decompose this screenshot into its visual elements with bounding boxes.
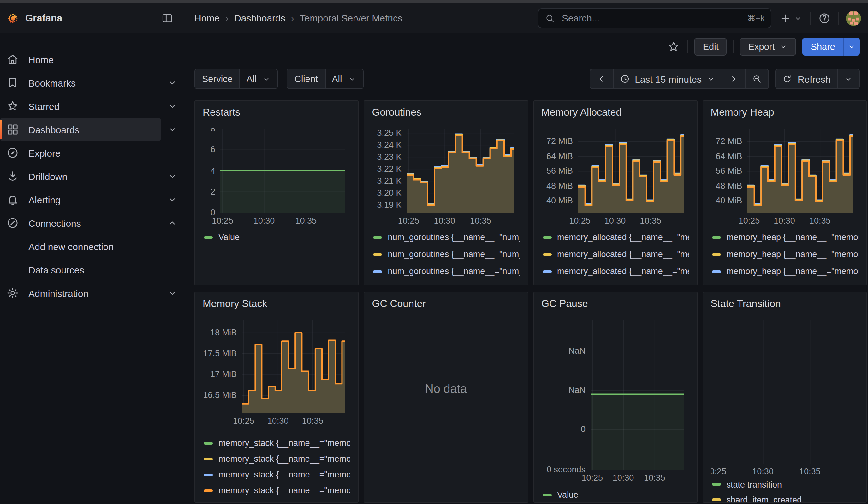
- legend-series-color: [712, 270, 721, 272]
- export-button[interactable]: Export: [740, 38, 796, 55]
- chevron-up-icon: [167, 218, 177, 228]
- refresh-interval-button[interactable]: [837, 69, 860, 89]
- sidebar-item-label: Starred: [28, 101, 59, 112]
- search-input[interactable]: [560, 12, 742, 24]
- search-box[interactable]: ⌘+k: [538, 8, 772, 28]
- legend-series-label: memory_heap {__name__="memory_heap": [726, 233, 859, 242]
- sidebar-item-connections[interactable]: Connections: [0, 212, 161, 234]
- panel-title[interactable]: Memory Allocated: [541, 106, 689, 119]
- breadcrumb-dashboards[interactable]: Dashboards: [234, 13, 285, 23]
- sidebar-collapse-icon[interactable]: [160, 10, 175, 25]
- chevron-down-icon: [779, 42, 788, 51]
- panel-title[interactable]: State Transition: [711, 298, 859, 310]
- panel-memory-heap: Memory Heap 40 MiB48 MiB56 MiB64 MiB72 M…: [703, 101, 867, 286]
- legend-series-label: memory_allocated {__name__="memory_alloc…: [557, 284, 689, 286]
- sidebar-item-home[interactable]: Home: [0, 48, 161, 71]
- help-button[interactable]: [817, 10, 832, 25]
- favorite-button[interactable]: [666, 39, 681, 54]
- no-data-message: No data: [364, 382, 528, 396]
- sidebar-item-label: Explore: [28, 147, 61, 158]
- legend-item[interactable]: Value: [541, 487, 689, 503]
- legend-item[interactable]: memory_stack {__name__="memory_stack": [203, 467, 351, 483]
- sidebar-item-add-new-connection[interactable]: Add new connection: [0, 235, 161, 258]
- legend-item[interactable]: memory_allocated {__name__="memory_alloc…: [541, 246, 689, 263]
- panel-title[interactable]: Memory Heap: [711, 106, 859, 119]
- chart-state-transition[interactable]: 10:2510:3010:35: [711, 319, 859, 477]
- zoom-out-button[interactable]: [745, 69, 769, 89]
- legend-item[interactable]: state transition: [711, 477, 859, 492]
- legend: memory_allocated {__name__="memory_alloc…: [541, 229, 689, 286]
- panel-title[interactable]: Memory Stack: [203, 298, 351, 310]
- legend: memory_heap {__name__="memory_heap"memor…: [711, 229, 859, 286]
- y-tick-label: 0 seconds: [541, 464, 586, 475]
- legend-series-label: memory_stack {__name__="memory_stack": [218, 486, 351, 495]
- share-button[interactable]: Share: [803, 38, 844, 55]
- legend-item[interactable]: shard_item_created: [711, 492, 859, 503]
- chart-memory-stack[interactable]: 16.5 MiB17 MiB17.5 MiB18 MiB10:2510:3010…: [203, 319, 351, 426]
- legend: Value: [203, 229, 351, 246]
- sidebar-item-dashboards[interactable]: Dashboards: [0, 118, 161, 141]
- client-filter-selected: All: [332, 74, 342, 84]
- sidebar-item-administration[interactable]: Administration: [0, 282, 161, 305]
- sidebar-item-starred[interactable]: Starred: [0, 95, 161, 117]
- legend-item[interactable]: memory_stack {__name__="memory_stack": [203, 451, 351, 467]
- chart-memory-allocated[interactable]: 40 MiB48 MiB56 MiB64 MiB72 MiB10:2510:30…: [541, 127, 689, 226]
- chevron-down-icon: [167, 78, 177, 88]
- legend-item[interactable]: memory_stack {__name__="memory_stack": [203, 483, 351, 498]
- client-filter-value[interactable]: All: [326, 70, 363, 89]
- drilldown-icon: [6, 170, 19, 183]
- chart-memory-heap[interactable]: 40 MiB48 MiB56 MiB64 MiB72 MiB10:2510:30…: [711, 127, 859, 226]
- legend-item[interactable]: memory_allocated {__name__="memory_alloc…: [541, 229, 689, 246]
- legend-item[interactable]: Value: [203, 229, 351, 246]
- legend-item[interactable]: memory_heap {__name__="memory_heap": [711, 280, 859, 286]
- time-range-picker[interactable]: Last 15 minutes: [613, 69, 723, 89]
- share-menu-button[interactable]: [844, 38, 860, 55]
- breadcrumb-home[interactable]: Home: [194, 13, 220, 23]
- sidebar-item-label: Drilldown: [28, 171, 67, 182]
- gear-icon: [6, 287, 19, 299]
- x-tick-label: 10:25: [582, 472, 603, 483]
- legend-item[interactable]: memory_heap {__name__="memory_heap": [711, 246, 859, 263]
- dashboard-toolbar: Edit Export Share: [184, 33, 868, 60]
- legend-item[interactable]: memory_stack {__name__="memory_stack": [203, 435, 351, 451]
- new-button[interactable]: [778, 10, 804, 25]
- share-label: Share: [811, 42, 835, 52]
- window-top-strip: [0, 0, 868, 3]
- search-icon: [545, 13, 555, 23]
- legend-series-color: [712, 236, 721, 238]
- x-tick-label: 10:30: [752, 466, 774, 477]
- time-back-button[interactable]: [589, 69, 613, 89]
- legend-item[interactable]: num_goroutines {__name__="num_goroutines…: [372, 229, 520, 246]
- clock-icon: [620, 74, 630, 84]
- legend-item[interactable]: memory_allocated {__name__="memory_alloc…: [541, 263, 689, 280]
- sidebar-item-explore[interactable]: Explore: [0, 142, 161, 164]
- legend-item[interactable]: num_goroutines {__name__="num_goroutines…: [372, 263, 520, 280]
- sidebar-item-bookmarks[interactable]: Bookmarks: [0, 71, 161, 94]
- legend-item[interactable]: num_goroutines {__name__="num_goroutines…: [372, 280, 520, 286]
- y-tick-label: 2: [203, 186, 215, 197]
- sidebar-item-alerting[interactable]: Alerting: [0, 188, 161, 211]
- panel-title[interactable]: GC Counter: [372, 298, 520, 310]
- legend-item[interactable]: memory_allocated {__name__="memory_alloc…: [541, 280, 689, 286]
- chart-goroutines[interactable]: 3.19 K3.20 K3.21 K3.22 K3.23 K3.24 K3.25…: [372, 127, 520, 226]
- sidebar-item-data-sources[interactable]: Data sources: [0, 258, 161, 281]
- legend-item[interactable]: num_goroutines {__name__="num_goroutines…: [372, 246, 520, 263]
- time-forward-button[interactable]: [722, 69, 746, 89]
- y-tick-label: 64 MiB: [711, 151, 742, 162]
- chart-gc-pause[interactable]: 0 seconds0NaNNaN10:2510:3010:35: [541, 319, 689, 483]
- chart-restarts[interactable]: 0246810:2510:3010:35: [203, 127, 351, 226]
- legend-series-label: memory_allocated {__name__="memory_alloc…: [557, 267, 689, 276]
- service-filter-value[interactable]: All: [240, 70, 277, 89]
- legend-item[interactable]: memory_heap {__name__="memory_heap": [711, 229, 859, 246]
- refresh-button[interactable]: Refresh: [776, 69, 838, 89]
- y-tick-label: 3.23 K: [372, 151, 402, 162]
- panel-title[interactable]: Restarts: [203, 106, 351, 119]
- refresh-icon: [783, 74, 793, 84]
- sidebar-item-drilldown[interactable]: Drilldown: [0, 165, 161, 187]
- panel-title[interactable]: GC Pause: [541, 298, 689, 310]
- panel-title[interactable]: Goroutines: [372, 106, 520, 119]
- avatar[interactable]: [845, 10, 862, 26]
- edit-button[interactable]: Edit: [695, 38, 727, 55]
- question-icon: [818, 12, 831, 24]
- legend-item[interactable]: memory_heap {__name__="memory_heap": [711, 263, 859, 280]
